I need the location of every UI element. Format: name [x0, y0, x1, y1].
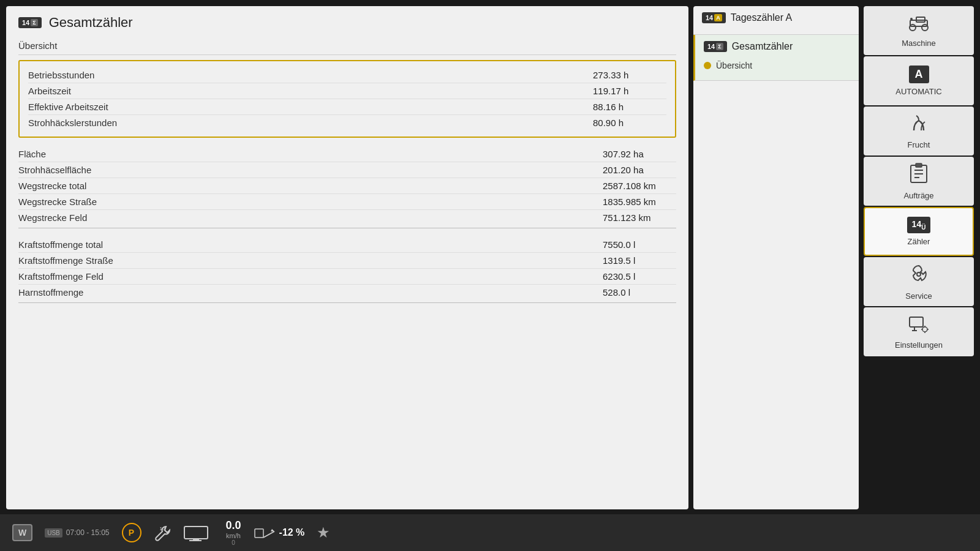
panel-header: 14Σ Gesamtzähler — [18, 15, 676, 31]
slope-value: -12 % — [279, 527, 305, 538]
p-badge: P — [122, 523, 141, 542]
service-label: Service — [905, 291, 932, 301]
star-item[interactable]: ★ — [317, 524, 330, 541]
highlighted-box: Betriebsstunden273.33 hArbeitszeit119.17… — [18, 60, 676, 138]
row-label: Betriebsstunden — [28, 70, 94, 80]
svg-rect-16 — [184, 527, 208, 539]
row-value: 201.20 ha — [603, 165, 676, 175]
svg-rect-9 — [916, 163, 922, 167]
fuel-section: Kraftstoffmenge total7550.0 lKraftstoffm… — [18, 237, 676, 303]
tageszaehler-title: Tageszähler A — [731, 12, 793, 23]
panel-title: Gesamtzähler — [49, 15, 133, 31]
datetime: 07:00 - 15:05 — [66, 528, 110, 537]
svg-marker-21 — [271, 529, 274, 531]
speed-sub: 0 — [232, 539, 235, 546]
auftraege-label: Aufträge — [903, 191, 933, 200]
area-row: Wegstrecke total2587.108 km — [18, 178, 676, 194]
svg-point-4 — [910, 18, 913, 20]
row-value: 119.17 h — [593, 86, 666, 96]
gesamtzaehler-header: 14Σ Gesamtzähler — [704, 41, 850, 52]
area-rows: Fläche307.92 haStrohhäcselfläche201.20 h… — [18, 146, 676, 225]
row-label: Effektive Arbeitszeit — [28, 102, 108, 112]
row-label: Kraftstoffmenge total — [18, 239, 103, 250]
fuel-row: Kraftstoffmenge Feld6230.5 l — [18, 269, 676, 285]
fuel-rows: Kraftstoffmenge total7550.0 lKraftstoffm… — [18, 237, 676, 300]
speed-display: 0.0 km/h 0 — [226, 519, 241, 546]
fuel-row: Kraftstoffmenge Straße1319.5 l — [18, 253, 676, 269]
maschine-label: Maschine — [902, 39, 936, 48]
badge-14a: 14A — [702, 12, 726, 23]
sidebar-item-zaehler[interactable]: 14Ü Zähler — [864, 207, 974, 256]
row-value: 307.92 ha — [603, 149, 676, 159]
area-row: Strohhäcselfläche201.20 ha — [18, 162, 676, 178]
usb-badge: USB — [45, 528, 62, 538]
sidebar-item-service[interactable]: Service — [864, 257, 974, 306]
area-row: Fläche307.92 ha — [18, 146, 676, 162]
row-label: Wegstrecke total — [18, 181, 86, 191]
w-badge-item: W — [12, 524, 32, 541]
row-value: 273.33 h — [593, 70, 666, 80]
svg-rect-11 — [910, 317, 923, 327]
svg-point-10 — [917, 272, 921, 276]
service-icon — [908, 263, 929, 288]
highlighted-row: Betriebsstunden273.33 h — [28, 67, 666, 83]
screen: » 14Σ Gesamtzähler Übersicht Betriebsstu… — [0, 0, 980, 551]
p-badge-item: P — [122, 523, 141, 542]
area-row: Wegstrecke Feld751.123 km — [18, 210, 676, 225]
tageszaehler-section[interactable]: 14A Tageszähler A — [693, 6, 859, 35]
area-section: Fläche307.92 haStrohhäcselfläche201.20 h… — [18, 146, 676, 228]
sidebar-item-einstellungen[interactable]: Einstellungen — [864, 307, 974, 356]
frucht-label: Frucht — [908, 140, 930, 149]
slope-icon — [254, 524, 276, 541]
header-icon — [183, 524, 214, 541]
section-label: Übersicht — [18, 37, 676, 55]
einstellungen-icon — [908, 315, 929, 337]
content-panel: » 14Σ Gesamtzähler Übersicht Betriebsstu… — [6, 6, 688, 509]
automatic-icon: A — [909, 66, 929, 83]
zaehler-icon: 14Ü — [907, 217, 931, 233]
row-label: Strohhäcselfläche — [18, 165, 91, 175]
highlighted-row: Strohhäckslerstunden80.90 h — [28, 115, 666, 130]
zaehler-label: Zähler — [908, 237, 930, 246]
header-display — [183, 524, 214, 541]
row-label: Kraftstoffmenge Feld — [18, 271, 104, 282]
speed-value: 0.0 — [226, 519, 241, 532]
row-label: Fläche — [18, 149, 46, 159]
row-value: 7550.0 l — [603, 239, 676, 250]
row-label: Wegstrecke Straße — [18, 197, 97, 207]
w-badge: W — [12, 524, 32, 541]
uebersicht-item[interactable]: Übersicht — [704, 57, 850, 74]
star-icon[interactable]: ★ — [317, 524, 330, 541]
svg-line-20 — [263, 531, 274, 538]
row-value: 2587.108 km — [603, 181, 676, 191]
auftraege-icon — [910, 163, 928, 187]
row-label: Strohhäckslerstunden — [28, 118, 117, 128]
row-value: 88.16 h — [593, 102, 666, 112]
fuel-row: Kraftstoffmenge total7550.0 l — [18, 237, 676, 253]
sidebar-item-auftraege[interactable]: Aufträge — [864, 157, 974, 206]
row-value: 751.123 km — [603, 212, 676, 223]
sidebar-item-automatic[interactable]: A AUTOMATIC — [864, 56, 974, 105]
row-label: Arbeitszeit — [28, 86, 71, 96]
row-label: Wegstrecke Feld — [18, 212, 87, 223]
einstellungen-label: Einstellungen — [895, 340, 943, 350]
sidebar-item-maschine[interactable]: Maschine — [864, 6, 974, 55]
uebersicht-label: Übersicht — [716, 61, 752, 70]
middle-panel: 14A Tageszähler A 14Σ Gesamtzähler Übers… — [693, 6, 859, 509]
main-area: » 14Σ Gesamtzähler Übersicht Betriebsstu… — [0, 0, 980, 509]
highlighted-rows: Betriebsstunden273.33 hArbeitszeit119.17… — [28, 67, 666, 130]
row-value: 1319.5 l — [603, 255, 676, 266]
row-value: 6230.5 l — [603, 271, 676, 282]
fuel-row: Harnstoffmenge528.0 l — [18, 285, 676, 300]
frucht-icon — [908, 113, 930, 137]
sidebar-item-frucht[interactable]: Frucht — [864, 107, 974, 156]
row-value: 528.0 l — [603, 287, 676, 298]
row-value: 80.90 h — [593, 118, 666, 128]
wrench-item: 10 — [154, 524, 171, 541]
wrench-icon: 10 — [154, 524, 171, 541]
row-value: 1835.985 km — [603, 197, 676, 207]
area-row: Wegstrecke Straße1835.985 km — [18, 194, 676, 210]
automatic-label: AUTOMATIC — [895, 87, 941, 96]
speed-unit: km/h — [226, 532, 241, 539]
tageszaehler-header: 14A Tageszähler A — [702, 12, 850, 23]
